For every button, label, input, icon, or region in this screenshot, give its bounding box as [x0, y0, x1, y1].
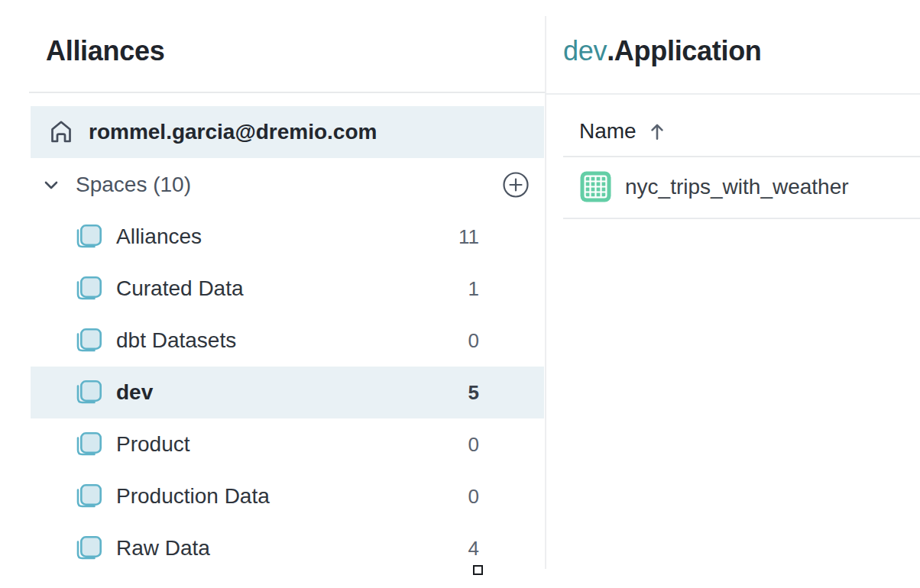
- right-panel-divider: [545, 93, 920, 95]
- space-list-item[interactable]: Curated Data 1: [31, 263, 544, 315]
- right-panel-breadcrumb: dev.Application: [563, 35, 762, 67]
- space-list-item[interactable]: Alliances 11: [31, 211, 544, 263]
- home-space-label: rommel.garcia@dremio.com: [89, 120, 377, 144]
- table-column-header-name[interactable]: Name: [563, 107, 920, 156]
- arrow-up-icon: [649, 121, 666, 142]
- space-name: Curated Data: [116, 276, 244, 301]
- dataset-row[interactable]: nyc_trips_with_weather: [563, 156, 920, 219]
- panel-resize-handle[interactable]: [473, 565, 483, 575]
- space-icon: [74, 535, 102, 562]
- breadcrumb-space-name[interactable]: dev: [563, 35, 607, 66]
- space-list-item[interactable]: Raw Data 4: [31, 522, 544, 574]
- space-name: Production Data: [116, 484, 270, 509]
- spaces-section-header[interactable]: Spaces (10): [31, 158, 544, 211]
- dataset-table-body: nyc_trips_with_weather: [563, 156, 920, 219]
- column-label: Name: [579, 119, 637, 144]
- add-space-button[interactable]: [502, 171, 530, 199]
- spaces-section-label: Spaces (10): [76, 173, 191, 197]
- space-name: Product: [116, 432, 190, 457]
- home-icon: [47, 118, 76, 147]
- breadcrumb-separator: .: [607, 35, 614, 66]
- dataset-name: nyc_trips_with_weather: [625, 175, 849, 199]
- space-dataset-count: 0: [468, 329, 479, 353]
- space-dataset-count: 11: [458, 225, 479, 249]
- breadcrumb-folder-name: Application: [614, 35, 762, 66]
- home-space-item[interactable]: rommel.garcia@dremio.com: [31, 106, 544, 158]
- plus-circle-icon: [502, 171, 530, 199]
- space-dataset-count: 0: [468, 433, 479, 457]
- space-icon: [74, 223, 102, 250]
- space-list-item[interactable]: Product 0: [31, 418, 544, 470]
- space-dataset-count: 0: [468, 485, 479, 509]
- space-name: dbt Datasets: [116, 328, 236, 353]
- space-list-item[interactable]: Production Data 0: [31, 470, 544, 522]
- space-name: Raw Data: [116, 536, 210, 561]
- left-panel-title: Alliances: [46, 35, 164, 67]
- space-dataset-count: 5: [468, 381, 479, 405]
- space-icon: [74, 431, 102, 458]
- panel-vertical-divider: [545, 16, 546, 569]
- space-list-item[interactable]: dev 5: [31, 367, 544, 418]
- space-list-item[interactable]: dbt Datasets 0: [31, 315, 544, 367]
- space-icon: [74, 483, 102, 510]
- space-dataset-count: 1: [468, 277, 479, 301]
- chevron-down-icon[interactable]: [42, 176, 60, 194]
- space-icon: [74, 327, 102, 354]
- space-name: Alliances: [116, 225, 202, 249]
- left-panel-divider: [29, 92, 545, 93]
- space-dataset-count: 4: [468, 537, 479, 561]
- spaces-list: Alliances 11 Curated Data 1 dbt Datasets…: [31, 211, 544, 574]
- space-name: dev: [116, 380, 153, 405]
- space-icon: [74, 275, 102, 302]
- space-icon: [74, 379, 102, 406]
- dataset-table-icon: [580, 171, 611, 202]
